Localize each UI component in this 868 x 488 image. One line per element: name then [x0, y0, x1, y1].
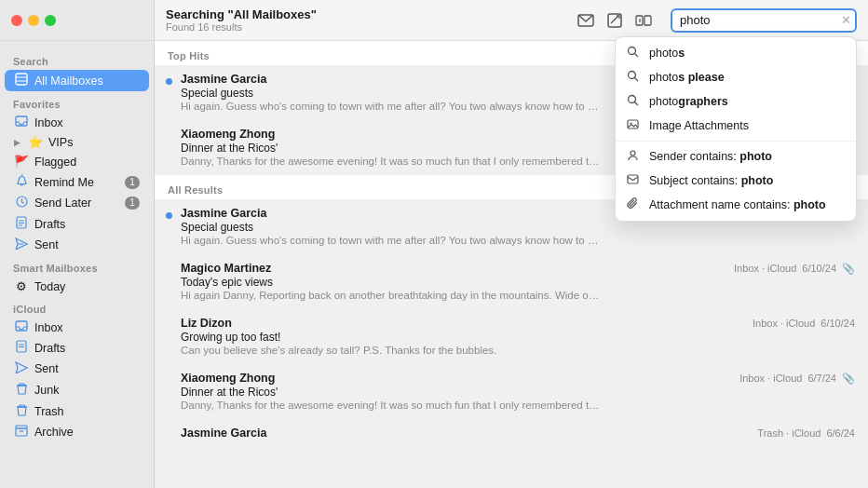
email-preview: Hi again Danny, Reporting back on anothe…: [181, 290, 600, 301]
svg-marker-31: [16, 362, 27, 373]
mail-icon[interactable]: [577, 14, 594, 27]
inbox-icon: [14, 115, 29, 129]
icloud-sent-label: Sent: [34, 362, 59, 375]
sidebar-item-vips[interactable]: ▶ ⭐ VIPs: [5, 132, 149, 152]
dropdown-text: Image Attachments: [649, 119, 749, 132]
sidebar-item-all-mailboxes[interactable]: All Mailboxes: [5, 70, 149, 91]
search-suggestion-icon: [627, 46, 642, 61]
dropdown-item-photos-please[interactable]: photos please: [616, 65, 856, 89]
dropdown-text: photos: [649, 47, 685, 60]
expand-icon[interactable]: [635, 15, 652, 26]
search-dropdown: photos photos please photogr: [615, 36, 857, 222]
svg-point-14: [631, 151, 635, 156]
maximize-button[interactable]: [45, 15, 56, 26]
email-item[interactable]: Jasmine Garcia Trash · iCloud 6/6/24: [155, 419, 868, 449]
search-bar-container: ✕ photos photos pleas: [671, 8, 857, 33]
search-clear-button[interactable]: ✕: [841, 13, 851, 27]
today-icon: ⚙: [14, 279, 29, 293]
sidebar-item-flagged[interactable]: 🚩 Flagged: [5, 152, 149, 171]
icloud-section-label: iCloud: [0, 296, 154, 318]
sidebar-item-icloud-sent[interactable]: Sent: [5, 359, 149, 379]
email-preview: Danny, Thanks for the awesome evening! I…: [181, 400, 600, 411]
svg-point-6: [629, 47, 636, 54]
sidebar-item-sent[interactable]: Sent: [5, 235, 149, 255]
svg-point-10: [629, 95, 636, 102]
sidebar: Search All Mailboxes Favorites Inbox ▶ ⭐…: [0, 41, 155, 488]
compose-icon[interactable]: [607, 13, 622, 28]
search-subtitle: Found 16 results: [166, 21, 568, 33]
email-date: 6/10/24: [821, 318, 855, 329]
minimize-button[interactable]: [28, 15, 39, 26]
dropdown-item-sender[interactable]: Sender contains: photo: [616, 144, 856, 169]
sender-icon: [627, 149, 642, 164]
dropdown-divider: [616, 141, 856, 142]
email-sender: Liz Dizon: [181, 317, 232, 330]
dropdown-item-image-attachments[interactable]: Image Attachments: [616, 114, 856, 138]
send-later-badge: 1: [125, 197, 140, 210]
all-mailboxes-icon: [14, 73, 29, 88]
email-sender: Jasmine Garcia: [181, 73, 266, 86]
email-item[interactable]: Xiaomeng Zhong Inbox · iCloud 6/7/24 📎 D…: [155, 364, 868, 419]
dropdown-item-photos[interactable]: photos: [616, 41, 856, 65]
sidebar-item-icloud-drafts[interactable]: Drafts: [5, 337, 149, 359]
unread-indicator: [166, 78, 172, 85]
icloud-inbox-label: Inbox: [34, 321, 63, 334]
image-attachments-icon: [627, 118, 642, 133]
close-button[interactable]: [11, 15, 22, 26]
subject-icon: [627, 173, 642, 188]
favorites-section-label: Favorites: [0, 91, 154, 113]
email-sender: Xiaomeng Zhong: [181, 372, 275, 385]
svg-line-9: [635, 77, 639, 81]
drafts-icon: [14, 216, 29, 232]
email-item[interactable]: Liz Dizon Inbox · iCloud 6/10/24 Growing…: [155, 309, 868, 364]
toolbar-icons: [577, 13, 652, 28]
svg-rect-4: [644, 16, 651, 25]
sidebar-item-today[interactable]: ⚙ Today: [5, 277, 149, 296]
icloud-junk-label: Junk: [34, 384, 59, 397]
sidebar-item-drafts[interactable]: Drafts: [5, 213, 149, 235]
search-input[interactable]: [671, 8, 857, 33]
drafts-label: Drafts: [34, 218, 65, 231]
email-preview: Danny, Thanks for the awesome evening! I…: [181, 156, 600, 167]
all-mailboxes-label: All Mailboxes: [34, 75, 103, 88]
icloud-archive-icon: [14, 425, 29, 440]
sidebar-item-icloud-junk[interactable]: Junk: [5, 379, 149, 400]
email-sender: Magico Martinez: [181, 262, 271, 275]
search-title: Searching "All Mailboxes": [166, 7, 568, 21]
attachment-indicator: 📎: [842, 263, 855, 275]
sent-label: Sent: [34, 238, 59, 251]
email-date: 6/10/24: [802, 263, 836, 274]
email-mailbox: Inbox · iCloud: [734, 263, 796, 274]
chevron-icon: ▶: [14, 138, 20, 147]
svg-rect-15: [628, 175, 638, 183]
sidebar-item-remind-me[interactable]: Remind Me 1: [5, 171, 149, 193]
send-later-icon: [14, 196, 29, 210]
dropdown-text: photos please: [649, 71, 725, 84]
dropdown-item-attachment[interactable]: Attachment name contains: photo: [616, 193, 856, 217]
sidebar-item-icloud-archive[interactable]: Archive: [5, 422, 149, 442]
email-preview: Can you believe she's already so tall? P…: [181, 345, 600, 356]
sidebar-search-label: Search: [0, 48, 154, 70]
email-subject: Dinner at the Ricos': [181, 386, 855, 399]
attachment-indicator: 📎: [842, 373, 855, 385]
attachment-icon: [627, 197, 642, 212]
vips-label: VIPs: [48, 136, 73, 149]
email-mailbox: Trash · iCloud: [757, 427, 821, 439]
sidebar-item-icloud-inbox[interactable]: Inbox: [5, 318, 149, 337]
sidebar-item-inbox[interactable]: Inbox: [5, 113, 149, 132]
sidebar-item-icloud-trash[interactable]: Trash: [5, 400, 149, 422]
svg-rect-12: [628, 120, 638, 129]
email-item[interactable]: Magico Martinez Inbox · iCloud 6/10/24 📎…: [155, 254, 868, 309]
dropdown-item-subject[interactable]: Subject contains: photo: [616, 169, 856, 193]
inbox-label: Inbox: [34, 116, 63, 129]
svg-rect-34: [16, 428, 27, 436]
icloud-drafts-icon: [14, 340, 29, 356]
svg-line-11: [635, 102, 639, 105]
flagged-icon: 🚩: [14, 155, 29, 169]
icloud-inbox-icon: [14, 320, 29, 334]
svg-line-2: [611, 16, 618, 23]
flagged-label: Flagged: [34, 156, 76, 169]
dropdown-item-photographers[interactable]: photographers: [616, 89, 856, 114]
email-preview: Hi again. Guess who's coming to town wit…: [181, 235, 600, 246]
sidebar-item-send-later[interactable]: Send Later 1: [5, 193, 149, 213]
